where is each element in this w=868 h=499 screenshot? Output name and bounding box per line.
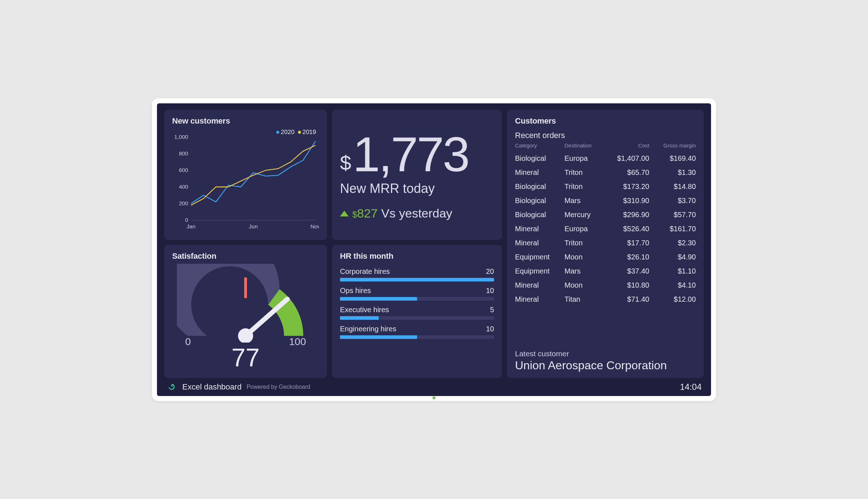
dashboard-screen: New customers 2020 2019 02004006008001,0… — [157, 103, 711, 396]
cell-category: Mineral — [515, 292, 565, 306]
hr-value: 5 — [490, 306, 494, 314]
clock: 14:04 — [680, 382, 702, 392]
cell-category: Mineral — [515, 222, 565, 236]
latest-customer-name: Union Aerospace Corporation — [515, 359, 696, 372]
hr-value: 20 — [486, 267, 494, 276]
table-row: Biological Europa $1,407.00 $169.40 — [515, 151, 696, 165]
mrr-delta-amount: $827 — [352, 206, 378, 220]
cell-destination: Moon — [565, 250, 603, 264]
cell-cost: $1,407.00 — [603, 151, 649, 165]
mrr-value-row: $ 1,773 — [340, 130, 494, 179]
hr-row: Engineering hires 10 — [340, 325, 494, 339]
panel-new-customers: New customers 2020 2019 02004006008001,0… — [164, 110, 327, 240]
hr-bar — [340, 278, 494, 281]
table-row: Mineral Moon $10.80 $4.10 — [515, 278, 696, 292]
table-header-row: Category Destination Cost Gross margin — [515, 141, 696, 151]
table-row: Mineral Titan $71.40 $12.00 — [515, 292, 696, 306]
cell-gross-margin: $1.10 — [649, 264, 696, 278]
cell-gross-margin: $4.10 — [649, 278, 696, 292]
hr-bar — [340, 316, 494, 320]
cell-gross-margin: $14.80 — [649, 180, 696, 194]
cell-cost: $71.40 — [603, 292, 649, 306]
hr-value: 10 — [486, 287, 494, 295]
table-row: Biological Triton $173.20 $14.80 — [515, 180, 696, 194]
svg-text:Jun: Jun — [249, 223, 258, 229]
cell-destination: Moon — [565, 278, 603, 292]
panel-mrr: $ 1,773 New MRR today $827 Vs yesterday — [332, 110, 502, 240]
dashboard-footer: Excel dashboard Powered by Geckoboard 14… — [164, 378, 704, 393]
svg-text:1,000: 1,000 — [174, 134, 188, 140]
dashboard-name: Excel dashboard — [182, 382, 242, 392]
cell-destination: Mars — [565, 264, 603, 278]
cell-destination: Europa — [565, 151, 603, 165]
svg-text:200: 200 — [179, 200, 188, 206]
cell-gross-margin: $169.40 — [649, 151, 696, 165]
mrr-delta-currency: $ — [352, 210, 357, 219]
cell-category: Equipment — [515, 264, 565, 278]
col-category: Category — [515, 141, 565, 151]
table-row: Mineral Triton $17.70 $2.30 — [515, 236, 696, 250]
panel-hr: HR this month Corporate hires 20 Ops hir… — [332, 245, 502, 378]
cell-cost: $37.40 — [603, 264, 649, 278]
col-gross-margin: Gross margin — [649, 141, 696, 151]
cell-gross-margin: $3.70 — [649, 194, 696, 208]
cell-category: Mineral — [515, 236, 565, 250]
cell-gross-margin: $12.00 — [649, 292, 696, 306]
orders-table: Category Destination Cost Gross margin B… — [515, 141, 696, 306]
cell-cost: $65.70 — [603, 165, 649, 180]
hr-bar — [340, 335, 494, 339]
cell-destination: Mercury — [565, 208, 603, 222]
table-row: Equipment Mars $37.40 $1.10 — [515, 264, 696, 278]
trend-up-icon — [340, 211, 349, 216]
gauge-svg — [177, 264, 314, 343]
latest-customer-label: Latest customer — [515, 349, 696, 358]
hr-label: Engineering hires — [340, 325, 396, 333]
cell-destination: Titan — [565, 292, 603, 306]
mrr-value: 1,773 — [353, 130, 468, 179]
svg-text:600: 600 — [179, 167, 188, 173]
hr-row: Corporate hires 20 — [340, 267, 494, 281]
cell-category: Equipment — [515, 250, 565, 264]
legend-label: 2019 — [302, 129, 316, 135]
powered-by: Powered by Geckoboard — [247, 384, 310, 390]
panel-subtitle: Recent orders — [515, 131, 696, 140]
hr-label: Ops hires — [340, 287, 371, 295]
hr-label: Corporate hires — [340, 267, 390, 276]
mrr-label: New MRR today — [340, 181, 494, 196]
cell-gross-margin: $1.30 — [649, 165, 696, 180]
panel-customers: Customers Recent orders Category Destina… — [507, 110, 704, 378]
svg-text:800: 800 — [179, 150, 188, 156]
mrr-delta-row: $827 Vs yesterday — [340, 206, 494, 220]
hr-rows: Corporate hires 20 Ops hires 10 Exec — [340, 267, 494, 339]
hr-value: 10 — [486, 325, 494, 333]
panel-title: HR this month — [340, 251, 494, 261]
cell-destination: Triton — [565, 165, 603, 180]
cell-cost: $26.10 — [603, 250, 649, 264]
cell-category: Biological — [515, 194, 565, 208]
cell-cost: $526.40 — [603, 222, 649, 236]
hr-bar — [340, 297, 494, 301]
cell-destination: Mars — [565, 194, 603, 208]
device-frame: New customers 2020 2019 02004006008001,0… — [152, 98, 716, 401]
legend-label: 2020 — [281, 129, 294, 135]
cell-destination: Triton — [565, 180, 603, 194]
svg-point-12 — [238, 328, 253, 343]
col-cost: Cost — [603, 141, 649, 151]
legend-item-2020: 2020 — [276, 129, 294, 136]
col-destination: Destination — [565, 141, 603, 151]
mrr-currency: $ — [340, 151, 351, 175]
svg-text:400: 400 — [179, 184, 188, 190]
svg-text:Jan: Jan — [187, 223, 196, 229]
gauge-chart — [172, 264, 319, 352]
hr-row: Executive hires 5 — [340, 306, 494, 320]
line-chart-svg: 02004006008001,000JanJunNov — [172, 129, 319, 234]
cell-category: Biological — [515, 180, 565, 194]
cell-gross-margin: $57.70 — [649, 208, 696, 222]
svg-text:Nov: Nov — [311, 223, 319, 229]
svg-text:0: 0 — [185, 217, 188, 223]
cell-destination: Europa — [565, 222, 603, 236]
cell-cost: $173.20 — [603, 180, 649, 194]
cell-gross-margin: $4.90 — [649, 250, 696, 264]
cell-cost: $296.90 — [603, 208, 649, 222]
table-row: Biological Mercury $296.90 $57.70 — [515, 208, 696, 222]
